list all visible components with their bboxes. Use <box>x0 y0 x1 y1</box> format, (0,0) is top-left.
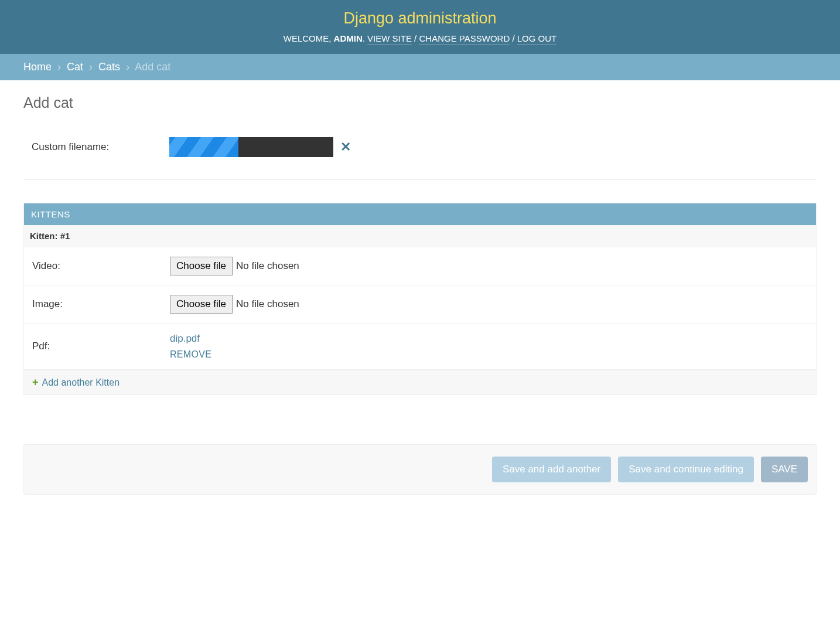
separator: / <box>510 33 517 43</box>
pdf-remove-link[interactable]: REMOVE <box>170 349 211 360</box>
save-add-another-button[interactable]: Save and add another <box>492 457 611 482</box>
welcome-label: WELCOME, <box>284 33 334 43</box>
submit-row: Save and add another Save and continue e… <box>23 444 817 495</box>
add-another-row[interactable]: + Add another Kitten <box>24 370 816 394</box>
user-tools: WELCOME, ADMIN. VIEW SITE / CHANGE PASSW… <box>0 33 840 43</box>
cancel-upload-icon[interactable]: ✕ <box>340 139 351 155</box>
save-button[interactable]: SAVE <box>761 457 808 482</box>
content: Add cat Custom filename: ✕ KITTENS Kitte… <box>0 80 840 530</box>
separator-dot: . <box>363 33 367 43</box>
change-password-link[interactable]: CHANGE PASSWORD <box>419 33 510 45</box>
plus-icon: + <box>32 376 39 389</box>
save-continue-button[interactable]: Save and continue editing <box>618 457 754 482</box>
add-another-link[interactable]: Add another Kitten <box>42 377 120 388</box>
inline-group-kittens: KITTENS Kitten: #1 Video: Choose fileNo … <box>23 203 817 395</box>
inline-heading: KITTENS <box>24 203 816 225</box>
field-row-video: Video: Choose fileNo file chosen <box>24 247 816 285</box>
breadcrumb-current: Add cat <box>135 61 170 73</box>
breadcrumb-sep: › <box>123 61 132 73</box>
field-row-image: Image: Choose fileNo file chosen <box>24 285 816 324</box>
video-choose-file-button[interactable]: Choose file <box>170 257 233 275</box>
username: ADMIN <box>334 33 363 43</box>
pdf-file-link[interactable]: dip.pdf <box>170 333 200 345</box>
separator: / <box>412 33 419 43</box>
breadcrumb-model[interactable]: Cats <box>98 61 120 73</box>
upload-progress: ✕ <box>169 137 351 157</box>
progress-bar <box>169 137 333 157</box>
page-title: Add cat <box>23 94 817 111</box>
image-label: Image: <box>32 298 170 310</box>
breadcrumb-app[interactable]: Cat <box>67 61 83 73</box>
log-out-link[interactable]: LOG OUT <box>517 33 557 45</box>
field-row-custom-filename: Custom filename: ✕ <box>23 129 817 165</box>
video-file-status: No file chosen <box>236 260 299 271</box>
pdf-label: Pdf: <box>32 341 170 352</box>
inline-item-title: Kitten: #1 <box>24 225 816 247</box>
site-header: Django administration WELCOME, ADMIN. VI… <box>0 0 840 54</box>
breadcrumb-home[interactable]: Home <box>23 61 52 73</box>
custom-filename-label: Custom filename: <box>32 141 169 153</box>
breadcrumb: Home › Cat › Cats › Add cat <box>0 54 840 80</box>
site-title: Django administration <box>0 9 840 28</box>
breadcrumb-sep: › <box>86 61 95 73</box>
image-choose-file-button[interactable]: Choose file <box>170 295 233 314</box>
field-row-pdf: Pdf: dip.pdf REMOVE <box>24 324 816 370</box>
video-label: Video: <box>32 260 170 272</box>
view-site-link[interactable]: VIEW SITE <box>367 33 412 45</box>
breadcrumb-sep: › <box>54 61 64 73</box>
image-file-status: No file chosen <box>236 298 299 309</box>
progress-fill <box>169 137 238 157</box>
